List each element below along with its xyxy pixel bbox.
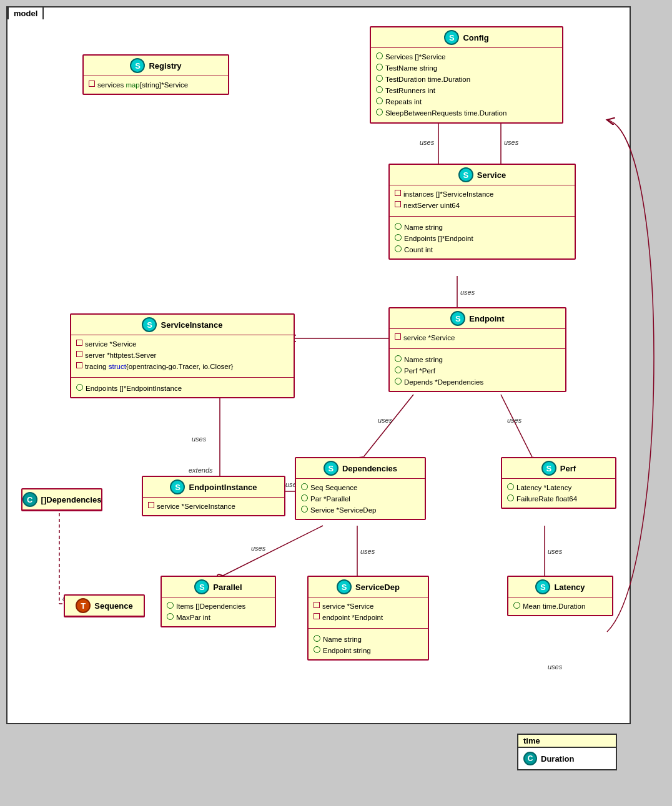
dependencies-header: S Dependencies	[296, 458, 425, 479]
service-pub-2: Count int	[395, 245, 570, 255]
public-field-icon	[376, 75, 383, 82]
field-label: endpoint *Endpoint	[322, 612, 383, 622]
field-label: Par *Parallel	[310, 494, 350, 504]
service-box: S Service instances []*ServiceInstance n…	[388, 164, 576, 260]
public-field-icon	[301, 483, 308, 490]
private-field-icon	[76, 362, 82, 368]
field-label: Name string	[404, 355, 443, 365]
field-label: Repeats int	[385, 97, 422, 107]
par-pub-0: Items []Dependencies	[167, 601, 270, 611]
field-label: SleepBetweenRequests time.Duration	[385, 108, 506, 118]
dep-name: Dependencies	[342, 464, 397, 473]
parallel-box: S Parallel Items []Dependencies MaxPar i…	[161, 576, 276, 627]
sd-stereotype: S	[337, 579, 352, 594]
field-label: service *Service	[85, 339, 136, 349]
ei-stereotype: S	[170, 479, 185, 494]
private-field-icon	[395, 190, 401, 196]
parallel-stereotype: S	[194, 579, 209, 594]
latency-stereotype: S	[535, 579, 550, 594]
dep-pub-2: Service *ServiceDep	[301, 505, 420, 515]
dep-pub-0: Seq Sequence	[301, 483, 420, 493]
dep-stereotype: S	[324, 461, 338, 476]
service-public-body: Name string Endpoints []*Endpoint Count …	[390, 219, 575, 258]
private-field-icon	[76, 340, 82, 346]
public-field-icon	[314, 635, 320, 642]
public-field-icon	[376, 97, 383, 104]
endpoint-stereotype: S	[450, 311, 465, 326]
registry-stereotype: S	[130, 58, 145, 73]
dependencies-body: Seq Sequence Par *Parallel Service *Serv…	[296, 479, 425, 519]
dependencies-alias-box: C []Dependencies	[21, 488, 102, 511]
dep-alias-name: []Dependencies	[41, 495, 102, 504]
svg-text:uses: uses	[504, 139, 519, 146]
endpointinstance-body: service *ServiceInstance	[143, 498, 284, 515]
dep-pub-1: Par *Parallel	[301, 494, 420, 504]
config-pub-0: Services []*Service	[376, 52, 557, 62]
field-label: Endpoints []*EndpointInstance	[86, 383, 182, 393]
field-label: Depends *Dependencies	[404, 377, 483, 387]
svg-line-10	[363, 395, 413, 457]
private-field-icon	[395, 201, 401, 207]
endpoint-private-body: service *Service	[390, 329, 565, 346]
svg-text:uses: uses	[548, 663, 563, 671]
public-field-icon	[395, 378, 402, 385]
service-stereotype: S	[458, 167, 473, 182]
perf-name: Perf	[560, 464, 576, 473]
ep-priv-0: service *Service	[395, 333, 560, 343]
svg-line-12	[501, 395, 532, 457]
config-header: S Config	[371, 27, 562, 48]
config-stereotype: S	[444, 30, 459, 45]
field-label: Endpoints []*Endpoint	[404, 233, 473, 243]
perf-pub-1: FailureRate float64	[507, 494, 610, 504]
field-label: Name string	[404, 222, 443, 232]
lat-pub-0: Mean time.Duration	[513, 601, 607, 611]
perf-body: Latency *Latency FailureRate float64	[502, 479, 615, 508]
field-label: Mean time.Duration	[523, 601, 585, 611]
config-pub-4: Repeats int	[376, 97, 557, 107]
svg-text:uses: uses	[548, 548, 563, 555]
svg-text:uses: uses	[460, 288, 475, 296]
ei-name: EndpointInstance	[189, 483, 257, 492]
public-field-icon	[167, 602, 174, 609]
parallel-body: Items []Dependencies MaxPar int	[162, 597, 275, 626]
serviceinstance-box: S ServiceInstance service *Service serve…	[70, 313, 295, 398]
field-label: Name string	[323, 634, 362, 644]
svg-text:uses: uses	[378, 416, 393, 424]
latency-header: S Latency	[508, 577, 612, 597]
sd-name: ServiceDep	[355, 582, 400, 592]
servicedep-header: S ServiceDep	[309, 577, 428, 597]
latency-body: Mean time.Duration	[508, 597, 612, 615]
sd-public-body: Name string Endpoint string	[309, 631, 428, 659]
ei-priv-0: service *ServiceInstance	[148, 501, 279, 511]
si-pub-0: Endpoints []*EndpointInstance	[76, 383, 289, 393]
serviceinstance-stereotype: S	[142, 317, 157, 332]
field-label: TestName string	[385, 63, 437, 73]
config-body: Services []*Service TestName string Test…	[371, 48, 562, 122]
config-pub-5: SleepBetweenRequests time.Duration	[376, 108, 557, 118]
latency-box: S Latency Mean time.Duration	[507, 576, 613, 616]
field-label: Endpoint string	[323, 646, 371, 656]
private-field-icon	[395, 333, 401, 340]
serviceinstance-name: ServiceInstance	[161, 320, 222, 330]
sequence-name: Sequence	[94, 601, 132, 611]
sd-pub-0: Name string	[314, 634, 423, 644]
serviceinstance-header: S ServiceInstance	[71, 315, 294, 335]
public-field-icon	[395, 366, 402, 373]
svg-text:uses: uses	[420, 139, 435, 146]
config-name: Config	[463, 33, 488, 42]
private-field-icon	[314, 613, 320, 619]
ep-pub-1: Perf *Perf	[395, 366, 560, 376]
private-field-icon	[76, 351, 82, 357]
public-field-icon	[376, 86, 383, 93]
servicedep-box: S ServiceDep service *Service endpoint *…	[307, 576, 429, 661]
public-field-icon	[167, 613, 174, 620]
latency-name: Latency	[554, 582, 585, 592]
field-label: TestRunners int	[385, 86, 435, 96]
public-field-icon	[395, 234, 402, 241]
private-field-icon	[314, 602, 320, 608]
sd-pub-1: Endpoint string	[314, 646, 423, 656]
field-label: MaxPar int	[176, 612, 210, 622]
field-label: services map[string]*Service	[97, 80, 188, 90]
public-field-icon	[301, 506, 308, 513]
svg-text:uses: uses	[251, 544, 266, 552]
